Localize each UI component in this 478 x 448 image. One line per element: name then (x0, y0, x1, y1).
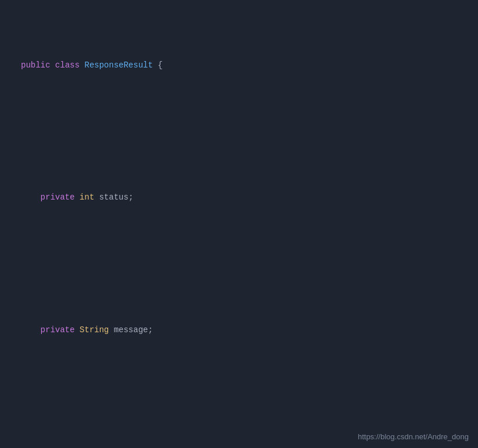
code-line-6 (0, 389, 478, 403)
code-line-2 (0, 125, 478, 138)
code-line-4 (0, 257, 478, 271)
code-editor: public class ResponseResult { private in… (0, 0, 478, 448)
code-line-1: public class ResponseResult { (0, 58, 478, 72)
watermark: https://blog.csdn.net/Andre_dong (358, 432, 469, 441)
code-line-5: private String message; (0, 323, 478, 337)
code-line-3: private int status; (0, 190, 478, 204)
